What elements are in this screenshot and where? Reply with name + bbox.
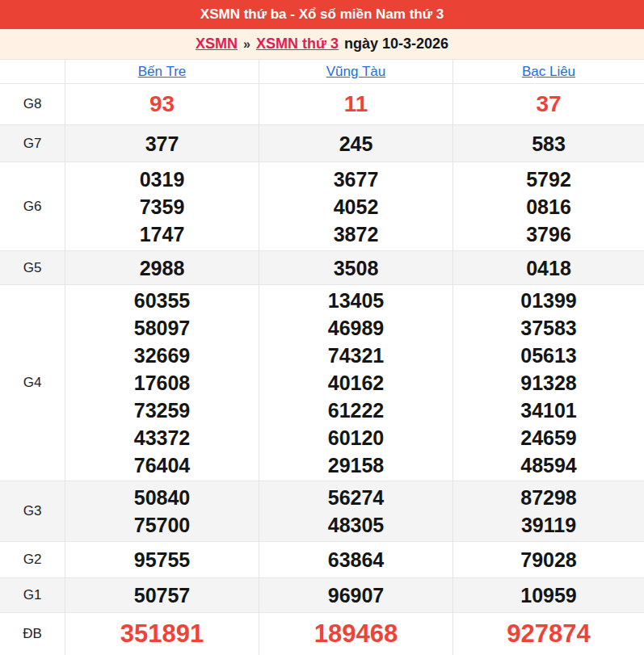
- result-cell: 5084075700: [65, 481, 259, 541]
- prize-number: 3508: [334, 254, 379, 282]
- prize-row-đb: ĐB351891189468927874: [0, 613, 644, 655]
- result-cell: 60355580973266917608732594337276404: [65, 285, 259, 481]
- prize-number: 74321: [328, 342, 385, 369]
- prize-label: ĐB: [0, 613, 65, 655]
- prize-number: 50840: [134, 484, 191, 511]
- prize-row-g4: G460355580973266917608732594337276404134…: [0, 285, 644, 481]
- column-link-bac-lieu[interactable]: Bạc Liêu: [522, 64, 575, 80]
- prize-number: 37: [536, 90, 561, 119]
- breadcrumb: XSMN » XSMN thứ 3 ngày 10-3-2026: [0, 29, 644, 59]
- prize-number: 3796: [526, 220, 571, 248]
- prize-number: 2988: [140, 254, 185, 282]
- prize-label: G6: [0, 162, 65, 250]
- prize-label: G2: [0, 542, 65, 577]
- result-cell: 01399375830561391328341012465948594: [452, 285, 644, 481]
- prize-row-g6: G6031973591747367740523872579208163796: [0, 162, 644, 251]
- column-link-vung-tau[interactable]: Vũng Tàu: [326, 64, 385, 80]
- title-bar: XSMN thứ ba - Xổ số miền Nam thứ 3: [0, 0, 644, 29]
- prize-label: G1: [0, 578, 65, 612]
- prize-number: 01399: [520, 287, 577, 314]
- result-cell: 8729839119: [452, 481, 644, 541]
- prize-row-g3: G3508407570056274483058729839119: [0, 481, 644, 542]
- prize-number: 63864: [328, 546, 385, 573]
- result-cell: 37: [452, 84, 644, 124]
- result-cell: 95755: [65, 542, 259, 577]
- prize-label: G5: [0, 251, 65, 284]
- prize-number: 17608: [134, 369, 191, 397]
- prize-number: 5792: [526, 166, 571, 193]
- result-cell: 351891: [65, 613, 259, 655]
- result-cell: 96907: [259, 578, 452, 612]
- prize-number: 48305: [328, 511, 385, 539]
- prize-number: 60120: [328, 424, 385, 451]
- prize-number: 79028: [520, 546, 577, 573]
- prize-number: 3677: [334, 166, 379, 193]
- prize-number: 0319: [140, 166, 185, 193]
- page-title: XSMN thứ ba - Xổ số miền Nam thứ 3: [200, 6, 444, 23]
- prize-row-g7: G7377245583: [0, 125, 644, 162]
- prize-number: 351891: [120, 617, 204, 651]
- prize-number: 245: [339, 130, 373, 157]
- corner-cell: [0, 60, 65, 83]
- result-cell: 245: [259, 125, 452, 162]
- prize-number: 95755: [134, 546, 191, 573]
- prize-number: 60355: [134, 287, 191, 314]
- breadcrumb-link-xsmn-thu-3[interactable]: XSMN thứ 3: [256, 36, 339, 52]
- prize-number: 7359: [140, 193, 185, 220]
- prize-number: 56274: [328, 484, 385, 511]
- result-cell: 031973591747: [65, 162, 259, 250]
- prize-number: 39119: [521, 511, 576, 539]
- result-cell: 189468: [259, 613, 452, 655]
- prize-number: 927874: [507, 617, 590, 651]
- prize-number: 61222: [328, 397, 385, 424]
- breadcrumb-date: ngày 10-3-2026: [344, 36, 448, 52]
- table-header-row: Bến Tre Vũng Tàu Bạc Liêu: [0, 60, 644, 84]
- result-cell: 10959: [452, 578, 644, 612]
- prize-number: 1747: [140, 220, 185, 248]
- results-table: Bến Tre Vũng Tàu Bạc Liêu G8931137G73772…: [0, 59, 644, 655]
- prize-number: 87298: [520, 484, 577, 511]
- prize-number: 93: [149, 90, 175, 119]
- breadcrumb-separator: »: [243, 37, 250, 52]
- prize-number: 05613: [520, 342, 577, 369]
- prize-number: 0816: [526, 193, 571, 220]
- prize-number: 76404: [134, 451, 191, 479]
- prize-number: 46989: [328, 314, 385, 342]
- prize-number: 0418: [526, 254, 571, 282]
- lottery-results-page: XSMN thứ ba - Xổ số miền Nam thứ 3 XSMN …: [0, 0, 644, 655]
- prize-number: 91328: [520, 369, 577, 397]
- result-cell: 13405469897432140162612226012029158: [259, 285, 452, 481]
- prize-number: 189468: [314, 617, 398, 651]
- result-cell: 11: [259, 84, 452, 124]
- column-header-cell: Bạc Liêu: [452, 60, 644, 83]
- prize-number: 583: [532, 130, 566, 157]
- result-cell: 367740523872: [259, 162, 452, 250]
- prize-number: 32669: [134, 342, 191, 369]
- column-link-ben-tre[interactable]: Bến Tre: [138, 64, 187, 80]
- prize-number: 50757: [134, 582, 191, 609]
- prize-number: 96907: [328, 582, 385, 609]
- result-cell: 63864: [259, 542, 452, 577]
- prize-number: 37583: [520, 314, 577, 342]
- prize-label: G7: [0, 125, 65, 162]
- prize-number: 24659: [520, 424, 577, 451]
- column-header-cell: Vũng Tàu: [259, 60, 452, 83]
- result-cell: 579208163796: [452, 162, 644, 250]
- breadcrumb-link-xsmn[interactable]: XSMN: [196, 36, 238, 52]
- column-header-cell: Bến Tre: [65, 60, 259, 83]
- prize-number: 10959: [520, 582, 577, 609]
- prize-number: 377: [145, 130, 179, 157]
- prize-row-g1: G1507579690710959: [0, 578, 644, 613]
- prize-label: G4: [0, 285, 65, 481]
- prize-number: 29158: [328, 451, 385, 479]
- prize-number: 43372: [134, 424, 191, 451]
- prize-number: 40162: [328, 369, 385, 397]
- result-cell: 927874: [452, 613, 644, 655]
- prize-number: 58097: [134, 314, 191, 342]
- result-cell: 3508: [259, 251, 452, 284]
- prize-row-g2: G2957556386479028: [0, 542, 644, 578]
- result-cell: 377: [65, 125, 259, 162]
- result-cell: 50757: [65, 578, 259, 612]
- prize-number: 11: [344, 90, 368, 119]
- result-cell: 583: [452, 125, 644, 162]
